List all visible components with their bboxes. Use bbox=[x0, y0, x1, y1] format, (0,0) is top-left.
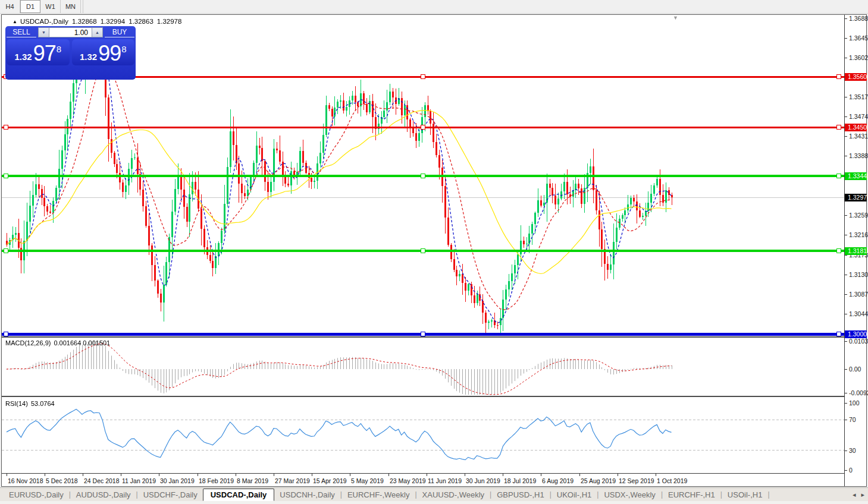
date-axis-label: 11 Jan 2019 bbox=[122, 477, 156, 484]
chart-tab[interactable]: EURCHF-,H1 bbox=[663, 489, 720, 500]
chart-window: ▲USDCAD-,Daily1.328681.329941.328631.329… bbox=[1, 14, 867, 487]
date-axis-label: 25 Aug 2019 bbox=[581, 477, 616, 484]
timeframe-toolbar: H4 D1 W1 MN bbox=[0, 0, 868, 14]
rsi-scale-tick: 100 bbox=[845, 399, 867, 407]
level-price-label: 1.31812 bbox=[845, 247, 867, 255]
tab-scroll-left-icon[interactable]: ◂ bbox=[853, 491, 856, 498]
tab-separator: | bbox=[767, 490, 769, 499]
chart-title: ▲USDCAD-,Daily1.328681.329941.328631.329… bbox=[12, 18, 181, 25]
macd-label: MACD(12,26,9)0.001664 0.001501 bbox=[5, 339, 110, 346]
chart-tab[interactable]: EURUSD-,Daily bbox=[4, 489, 69, 500]
buy-price-big: 99 bbox=[98, 43, 121, 64]
date-axis-label: 30 Jan 2019 bbox=[160, 477, 195, 484]
timeframe-mn-button[interactable]: MN bbox=[61, 0, 81, 13]
level-price-label: 1.30004 bbox=[845, 330, 867, 338]
timeframe-w1-button[interactable]: W1 bbox=[40, 0, 61, 13]
ohlc-open: 1.32868 bbox=[72, 18, 97, 25]
buy-price-prefix: 1.32 bbox=[80, 51, 97, 64]
chart-tab[interactable]: UKOil-,H1 bbox=[551, 489, 597, 500]
price-scale-tick: 1.36020 bbox=[845, 54, 867, 62]
date-axis-tick bbox=[503, 474, 503, 476]
date-axis-tick bbox=[388, 474, 389, 476]
date-axis-tick bbox=[236, 474, 236, 476]
date-axis-tick bbox=[656, 474, 656, 476]
date-axis-tick bbox=[312, 474, 312, 476]
symbol-tab-bar: EURUSD-,Daily|AUDUSD-,Daily|USDCHF-,Dail… bbox=[0, 487, 868, 501]
rsi-name: RSI(14) bbox=[5, 400, 28, 407]
date-axis-label: 1 Oct 2019 bbox=[657, 477, 687, 484]
rsi-scale-tick: 70 bbox=[845, 416, 867, 424]
date-axis-label: 8 Mar 2019 bbox=[237, 477, 268, 484]
price-scale-tick: 1.36450 bbox=[845, 34, 867, 42]
date-axis-tick bbox=[121, 474, 121, 476]
chart-tab[interactable]: USDX-,Weekly bbox=[598, 489, 660, 500]
volume-input[interactable] bbox=[49, 27, 92, 37]
chart-tab[interactable]: USDCHF-,Daily bbox=[138, 489, 203, 500]
rsi-label: RSI(14)53.0764 bbox=[5, 400, 55, 407]
date-axis-label: 23 May 2019 bbox=[390, 477, 426, 484]
price-scale-tick: 1.36880 bbox=[845, 15, 867, 23]
sell-button[interactable]: SELL bbox=[7, 27, 36, 37]
level-price-label: 1.35606 bbox=[845, 73, 867, 81]
date-axis-label: 6 Aug 2019 bbox=[542, 477, 574, 484]
ohlc-high: 1.32994 bbox=[101, 18, 126, 25]
tab-scroll-nav: ◂ ▸ bbox=[849, 491, 864, 499]
ohlc-low: 1.32863 bbox=[129, 18, 153, 25]
price-scale-tick: 1.30440 bbox=[845, 310, 867, 318]
chart-tab[interactable]: XAUUSD-,Weekly bbox=[417, 489, 490, 500]
buy-price-button[interactable]: 1.32 99 8 bbox=[72, 39, 135, 65]
chart-tab[interactable]: USDCNH-,Daily bbox=[274, 489, 340, 500]
chart-shift-marker-icon[interactable]: ▼ bbox=[673, 15, 678, 21]
macd-indicator-canvas[interactable] bbox=[2, 338, 844, 396]
date-axis-label: 27 Mar 2019 bbox=[275, 477, 310, 484]
price-scale-tick: 1.30870 bbox=[845, 291, 867, 298]
chart-tab[interactable]: GBPUSD-,H1 bbox=[491, 489, 549, 500]
chart-tab[interactable]: USOil-,H1 bbox=[722, 489, 768, 500]
date-axis-tick bbox=[541, 474, 541, 476]
price-scale-tick: 1.32590 bbox=[845, 212, 867, 219]
volume-decrease-button[interactable]: ▼ bbox=[38, 27, 49, 37]
date-axis-label: 11 Jun 2019 bbox=[428, 477, 462, 484]
chart-tab[interactable]: EURCHF-,Weekly bbox=[342, 489, 415, 500]
macd-values: 0.001664 0.001501 bbox=[54, 339, 110, 346]
date-axis-label: 5 May 2019 bbox=[351, 477, 384, 484]
macd-scale-tick: -0.00920 bbox=[845, 389, 867, 397]
date-axis-tick bbox=[7, 474, 7, 476]
one-click-trading-panel: SELL ▼ ▲ BUY 1.32 97 8 1.32 99 8 bbox=[5, 26, 136, 80]
sell-price-button[interactable]: 1.32 97 8 bbox=[7, 39, 70, 65]
level-price-label: 1.34501 bbox=[845, 124, 867, 131]
price-scale[interactable]: 1.368801.364501.360201.351701.347401.343… bbox=[844, 15, 866, 486]
date-axis-label: 15 Apr 2019 bbox=[313, 477, 347, 484]
date-axis[interactable]: 16 Nov 20185 Dec 201824 Dec 201811 Jan 2… bbox=[2, 473, 844, 486]
buy-button[interactable]: BUY bbox=[105, 27, 134, 37]
price-scale-tick: 1.35170 bbox=[845, 93, 867, 101]
price-scale-tick: 1.33880 bbox=[845, 152, 867, 160]
buy-price-sup: 8 bbox=[121, 40, 126, 58]
timeframe-h4-button[interactable]: H4 bbox=[0, 0, 20, 13]
date-axis-tick bbox=[618, 474, 618, 476]
date-axis-tick bbox=[83, 474, 83, 476]
level-price-label: 1.33449 bbox=[845, 172, 867, 180]
price-scale-tick: 1.32160 bbox=[845, 231, 867, 239]
sell-price-prefix: 1.32 bbox=[14, 51, 32, 64]
collapse-panel-icon[interactable]: ▲ bbox=[12, 19, 17, 24]
chart-symbol-label: USDCAD-,Daily bbox=[20, 18, 68, 25]
price-scale-tick: 1.34310 bbox=[845, 133, 867, 140]
chart-tab-active[interactable]: USDCAD-,Daily bbox=[203, 489, 275, 501]
sell-price-sup: 8 bbox=[57, 40, 61, 58]
volume-increase-button[interactable]: ▲ bbox=[92, 27, 103, 37]
macd-scale-tick: 0.010311 bbox=[845, 338, 867, 345]
date-axis-tick bbox=[579, 474, 580, 476]
tab-scroll-right-icon[interactable]: ▸ bbox=[861, 491, 864, 498]
date-axis-tick bbox=[350, 474, 350, 476]
timeframe-d1-button[interactable]: D1 bbox=[20, 0, 40, 13]
price-scale-tick: 1.34740 bbox=[845, 113, 867, 121]
rsi-indicator-canvas[interactable] bbox=[2, 397, 844, 473]
chart-tab[interactable]: AUDUSD-,Daily bbox=[71, 489, 136, 500]
date-axis-label: 18 Feb 2019 bbox=[199, 477, 234, 484]
date-axis-label: 5 Dec 2018 bbox=[46, 477, 78, 484]
chart-plot-area[interactable]: ▲USDCAD-,Daily1.328681.329941.328631.329… bbox=[2, 15, 844, 486]
date-axis-tick bbox=[198, 474, 198, 476]
date-axis-tick bbox=[465, 474, 465, 476]
date-axis-label: 24 Dec 2018 bbox=[84, 477, 120, 484]
